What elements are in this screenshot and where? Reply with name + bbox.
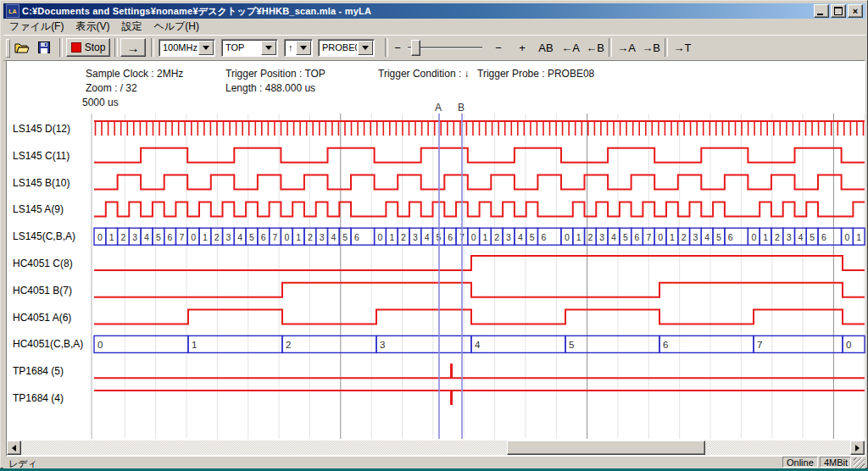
close-icon: × [853,7,858,15]
toolbar-separator [59,38,63,57]
chevron-down-icon [265,46,272,50]
statusbar: レディ Online 4MBit [3,457,865,468]
scrollbar-thumb[interactable] [507,441,705,455]
sample-clock-value: 100MHz [159,40,198,56]
stop-button-label: Stop [85,42,106,53]
combo-dropdown-button[interactable] [358,41,373,55]
open-file-button[interactable] [12,38,32,57]
goto-prev-b-button[interactable]: ←B [584,39,606,56]
status-online-badge: Online [782,457,818,468]
window-title: C:¥Documents and Settings¥noname¥デスクトップ¥… [22,5,814,18]
app-window: LA C:¥Documents and Settings¥noname¥デスクト… [0,0,868,468]
minimize-icon [817,14,823,15]
scroll-right-button[interactable] [850,441,865,455]
channel-label[interactable]: TP1684 (4) [13,392,91,405]
maximize-button[interactable] [831,4,846,18]
channel-label[interactable]: HC4051(C,B,A) [13,338,91,351]
channel-label[interactable]: LS145 A(9) [13,203,91,216]
chevron-down-icon [362,46,369,50]
goto-next-b-button[interactable]: →B [640,39,662,56]
minimize-button[interactable] [814,4,829,18]
zoom-ab-button[interactable]: AB [536,39,556,56]
chevron-down-icon [300,46,307,50]
trigger-position-select[interactable]: TOP [221,39,278,57]
sample-clock-info: Sample Clock : 2MHz [86,68,183,80]
sample-clock-select[interactable]: 100MHz [159,39,215,57]
toolbar-separator [609,38,612,57]
trigger-probe-info: Trigger Probe : PROBE08 [477,68,594,80]
trigger-edge-value: ↑ [285,40,295,56]
arrow-left-icon [12,445,16,452]
open-folder-icon [14,42,30,53]
status-ready-text: レディ [8,457,37,470]
menu-item[interactable]: ファイル(F) [3,18,70,36]
timebase-label: 5000 us [82,97,119,108]
chevron-down-icon [203,46,209,50]
app-icon[interactable]: LA [6,4,19,18]
combo-dropdown-button[interactable] [198,41,214,55]
save-file-button[interactable] [34,38,54,57]
channel-label[interactable]: LS145 C(11) [13,150,91,163]
toolbar-separator [385,38,388,57]
trigger-position-info: Trigger Position : TOP [225,68,326,80]
window-controls: × [814,4,863,18]
trigger-edge-select[interactable]: ↑ [284,39,313,57]
menubar: ファイル(F)表示(V)設定ヘルプ(H) [3,19,865,35]
resize-grip[interactable] [854,457,865,468]
toolbar: Stop → 100MHz TOP ↑ PROBE00 − −+AB ←A←B→… [3,35,865,61]
horizontal-scrollbar[interactable] [7,441,865,455]
menu-item[interactable]: ヘルプ(H) [147,18,205,36]
channel-label[interactable]: LS145 B(10) [13,177,91,190]
trigger-probe-value: PROBE00 [319,40,357,56]
length-info: Length : 488.000 us [225,82,315,94]
zoom-slider-min-label: − [392,39,403,56]
goto-next-t-button[interactable]: →T [671,39,693,56]
run-button[interactable]: → [120,38,146,57]
floppy-disk-icon [38,42,50,53]
combo-dropdown-button[interactable] [261,41,276,55]
status-memory-badge: 4MBit [820,457,851,468]
scroll-left-button[interactable] [7,441,21,455]
goto-next-a-button[interactable]: →A [615,39,637,56]
menu-item[interactable]: 表示(V) [70,18,115,36]
channel-label[interactable]: TP1684 (5) [13,365,91,378]
channel-label[interactable]: HC4051 B(7) [13,285,91,297]
toolbar-separator [151,38,154,57]
close-button[interactable]: × [848,4,863,18]
zoom-in-button[interactable]: + [512,39,532,56]
goto-prev-a-button[interactable]: ←A [559,39,581,56]
channel-label[interactable]: LS145(C,B,A) [13,230,91,243]
maximize-icon [834,7,843,15]
toolbar-separator [114,38,118,57]
trigger-position-value: TOP [222,40,260,56]
combo-dropdown-button[interactable] [296,41,311,55]
zoom-info: Zoom : / 32 [86,82,137,94]
trigger-condition-info: Trigger Condition : ↓ [378,68,470,80]
stop-button[interactable]: Stop [66,38,110,57]
stop-icon [71,42,81,53]
channel-label[interactable]: HC4051 A(6) [13,312,91,324]
titlebar: LA C:¥Documents and Settings¥noname¥デスクト… [3,3,865,19]
waveform-panel[interactable] [6,60,865,457]
toolbar-grip[interactable] [6,39,10,58]
trigger-probe-select[interactable]: PROBE00 [318,39,375,57]
run-arrow-icon: → [127,41,140,55]
arrow-right-icon [855,445,860,452]
zoom-out-button[interactable]: − [488,39,509,56]
menu-item[interactable]: 設定 [115,18,147,36]
channel-label[interactable]: LS145 D(12) [13,123,91,136]
channel-label[interactable]: HC4051 C(8) [13,258,91,270]
toolbar-separator [665,38,668,57]
zoom-slider-thumb[interactable] [411,40,420,56]
